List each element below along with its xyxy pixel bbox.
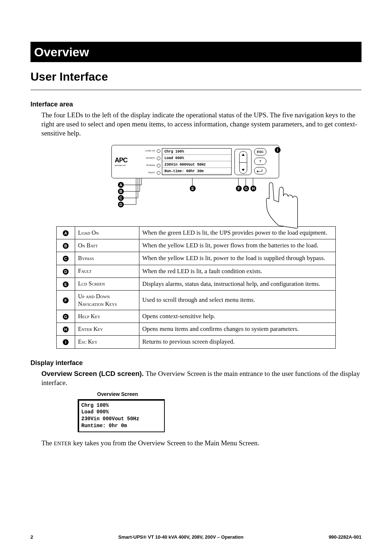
led-label: BYPASS: [146, 164, 155, 167]
legend-id-cell: B: [57, 239, 75, 252]
legend-id-cell: F: [57, 290, 75, 310]
tail-key: enter: [54, 441, 71, 446]
legend-desc-cell: When the yellow LED is lit, power to the…: [139, 252, 336, 265]
lcd-line: Run-time: 00hr 30m: [164, 168, 206, 175]
legend-desc-cell: When the red LED is lit, a fault conditi…: [139, 265, 336, 278]
lcd-caption: Overview Screen: [78, 391, 158, 397]
right-keys-column: ESC ?: [254, 148, 266, 174]
led-column: LOAD ON ON BATT BYPASS FAULT: [139, 147, 160, 177]
table-row: ELcd ScreenDisplays alarms, status data,…: [57, 278, 336, 290]
footer-doc-code: 990-2282A-001: [329, 534, 362, 540]
callout-bullet-icon: E: [63, 281, 69, 287]
table-row: IEsc KeyReturns to previous screen displ…: [57, 336, 336, 348]
legend-id-cell: E: [57, 278, 75, 290]
callout-bullet-icon: F: [63, 297, 69, 303]
table-row: GHelp KeyOpens context-sensitive help.: [57, 310, 336, 323]
lcd-line: Load 000%: [164, 155, 206, 162]
legend-term-cell: Help Key: [75, 310, 139, 323]
table-row: DFaultWhen the red LED is lit, a fault c…: [57, 265, 336, 278]
apc-logo: APC www.apc.com: [115, 156, 127, 166]
section-banner: Overview: [30, 42, 362, 62]
led-load-on: LOAD ON: [139, 147, 160, 155]
led-on-batt: ON BATT: [139, 155, 160, 162]
subheading-display-interface: Display interface: [30, 359, 362, 367]
callout-bullet-icon: C: [63, 256, 69, 262]
ups-front-panel: APC www.apc.com LOAD ON ON BATT BYPASS F…: [111, 145, 279, 178]
lcd-mock-text: Chrg 100% Load 000% 230Vin 000Vout 50Hz …: [81, 402, 161, 430]
interface-illustration: APC www.apc.com LOAD ON ON BATT BYPASS F…: [111, 145, 281, 221]
esc-key-icon: ESC: [254, 148, 266, 155]
led-fault: FAULT: [139, 169, 160, 177]
paragraph-enter-key: The enter key takes you from the Overvie…: [41, 439, 362, 448]
legend-table: ALoad OnWhen the green LED is lit, the U…: [56, 226, 336, 348]
table-row: CBypassWhen the yellow LED is lit, power…: [57, 252, 336, 265]
legend-term-cell: Bypass: [75, 252, 139, 265]
lcd-screen: Chrg 100% Load 000% 230Vin 000Vout 50Hz …: [162, 148, 232, 175]
legend-desc-cell: Displays alarms, status data, instructio…: [139, 278, 336, 290]
apc-logo-sub: www.apc.com: [115, 164, 127, 167]
paragraph-interface-area: The four LEDs to the left of the display…: [41, 111, 362, 138]
lcd-line: 230Vin 000Vout 50Hz: [164, 162, 206, 168]
subheading-interface-area: Interface area: [30, 100, 362, 109]
table-row: FUp and Down Navigation KeysUsed to scro…: [57, 290, 336, 310]
enter-key-icon: [254, 167, 266, 174]
lcd-line: Chrg 100%: [164, 149, 206, 155]
page-footer: 2 Smart-UPS® VT 10-40 kVA 400V, 208V, 20…: [30, 534, 362, 540]
legend-desc-cell: When the yellow LED is lit, power flows …: [139, 239, 336, 252]
tail-pre: The: [41, 439, 54, 447]
legend-term-cell: Lcd Screen: [75, 278, 139, 290]
legend-desc-cell: Returns to previous screen displayed.: [139, 336, 336, 348]
legend-desc-cell: Opens context-sensitive help.: [139, 310, 336, 323]
page-title: User Interface: [30, 69, 362, 90]
footer-doc-title: Smart-UPS® VT 10-40 kVA 400V, 208V, 200V…: [118, 534, 244, 540]
legend-id-cell: H: [57, 323, 75, 336]
legend-id-cell: A: [57, 227, 75, 239]
legend-id-cell: I: [57, 336, 75, 348]
up-down-key-icon: [239, 151, 247, 174]
legend-id-cell: C: [57, 252, 75, 265]
callout-bullet-icon: I: [63, 339, 69, 345]
legend-desc-cell: When the green LED is lit, the UPS provi…: [139, 227, 336, 239]
legend-id-cell: D: [57, 265, 75, 278]
overview-lead: Overview Screen (LCD screen).: [41, 370, 146, 377]
legend-term-cell: Load On: [75, 227, 139, 239]
legend-term-cell: Up and Down Navigation Keys: [75, 290, 139, 310]
callout-bullet-icon: H: [63, 327, 69, 332]
led-indicator-icon: [157, 149, 160, 153]
lcd-mock-screen: Chrg 100% Load 000% 230Vin 000Vout 50Hz …: [78, 399, 165, 433]
table-row: HEnter KeyOpens menu items and confirms …: [57, 323, 336, 336]
led-label: FAULT: [148, 171, 155, 174]
legend-desc-cell: Opens menu items and confirms changes to…: [139, 323, 336, 336]
callout-bullet-icon: G: [63, 314, 69, 320]
legend-term-cell: Esc Key: [75, 336, 139, 348]
legend-term-cell: On Batt: [75, 239, 139, 252]
paragraph-overview-screen: Overview Screen (LCD screen). The Overvi…: [41, 369, 362, 387]
help-key-icon: ?: [254, 158, 266, 165]
led-label: LOAD ON: [145, 150, 155, 153]
legend-term-cell: Enter Key: [75, 323, 139, 336]
callout-bullet-icon: A: [63, 230, 69, 236]
tail-post: key takes you from the Overview Screen t…: [72, 439, 260, 447]
led-indicator-icon: [157, 157, 160, 160]
hand-pointer-icon: [261, 181, 301, 228]
legend-desc-cell: Used to scroll through and select menu i…: [139, 290, 336, 310]
led-indicator-icon: [157, 171, 160, 175]
table-row: BOn BattWhen the yellow LED is lit, powe…: [57, 239, 336, 252]
callout-bullet-icon: B: [63, 243, 69, 249]
footer-page-number: 2: [30, 534, 33, 540]
apc-logo-text: APC: [115, 157, 127, 164]
led-indicator-icon: [157, 164, 160, 167]
nav-keys-group: [234, 149, 252, 175]
led-label: ON BATT: [146, 157, 155, 160]
lcd-text: Chrg 100% Load 000% 230Vin 000Vout 50Hz …: [164, 149, 206, 175]
legend-id-cell: G: [57, 310, 75, 323]
led-bypass: BYPASS: [139, 162, 160, 169]
legend-term-cell: Fault: [75, 265, 139, 278]
callout-bullet-icon: D: [63, 269, 69, 275]
